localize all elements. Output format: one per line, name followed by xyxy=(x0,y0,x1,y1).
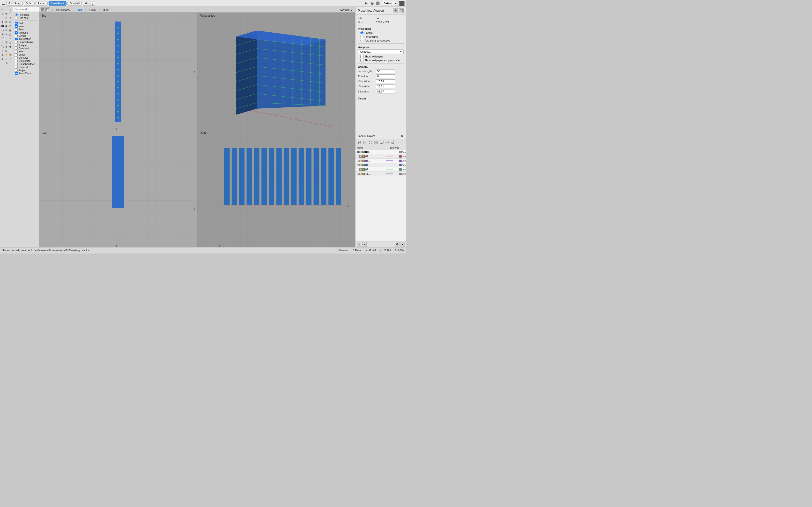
layer-row[interactable]: 🔒 L... Conti... xyxy=(355,159,406,163)
layer-bell-btn[interactable] xyxy=(390,140,395,145)
history-btn[interactable]: History xyxy=(83,1,95,6)
pan-btn[interactable]: ✋ xyxy=(4,53,8,57)
cage-btn[interactable]: ⌗ xyxy=(8,57,12,61)
viewport-perspective[interactable]: Perspective x y xyxy=(197,12,355,130)
viewport-top[interactable]: Top y x xyxy=(39,12,197,130)
transform-btn[interactable]: ⟲ xyxy=(5,61,8,65)
wallpaper-select[interactable]: Choose... xyxy=(358,50,404,54)
yloc-input[interactable] xyxy=(376,84,395,89)
snap-midpoint-checkbox[interactable] xyxy=(15,32,18,34)
show-wallpaper-gray-checkbox[interactable] xyxy=(360,59,363,62)
play-btn[interactable] xyxy=(364,1,368,6)
snap-point-checkbox[interactable] xyxy=(15,28,18,31)
snap-tangent-checkbox[interactable] xyxy=(15,44,18,47)
layer-row[interactable]: 🔒 L... Conti... xyxy=(355,163,406,167)
solid-btn[interactable]: ⬛ xyxy=(0,24,4,28)
snap-quadrant-checkbox[interactable] xyxy=(15,47,18,50)
snap-end-item[interactable]: End xyxy=(15,22,37,25)
zoom-btn[interactable]: ⊕ xyxy=(0,53,4,57)
layer-row[interactable]: 🔒 D... Conti... xyxy=(355,150,406,154)
layer-add-btn[interactable]: + xyxy=(357,242,361,246)
one-shot-radio-item[interactable]: One shot xyxy=(15,16,37,19)
ellipse-btn[interactable]: ⬭ xyxy=(8,20,12,24)
projection-twopoint-row[interactable]: Two point perspective xyxy=(358,39,404,42)
layer-row[interactable]: 🔒 L... Conti... xyxy=(355,167,406,172)
layer-mesh-btn[interactable] xyxy=(373,140,378,145)
snap-perpendicular-checkbox[interactable] xyxy=(15,41,18,44)
array-btn[interactable]: ⊞ xyxy=(0,57,4,61)
extend-btn[interactable]: ↔ xyxy=(4,37,8,40)
layer-file-btn[interactable] xyxy=(362,140,367,145)
hatch-btn[interactable]: ▦ xyxy=(8,28,12,32)
layouts-btn[interactable]: Layouts... xyxy=(338,8,354,12)
snap-point-item[interactable]: Point xyxy=(15,28,37,31)
parallel-radio[interactable] xyxy=(360,31,363,34)
text-btn[interactable]: T xyxy=(4,41,8,44)
layer-world-btn[interactable] xyxy=(357,140,362,145)
snap-on-curve-checkbox[interactable] xyxy=(15,56,18,59)
show-wallpaper-checkbox[interactable] xyxy=(360,55,363,58)
layer-row[interactable]: 🔒 L... Conti... xyxy=(355,172,406,176)
circle-btn[interactable]: ○ xyxy=(8,16,12,20)
dim-btn[interactable]: ↔ xyxy=(0,41,4,44)
select-tool-btn[interactable]: ↖ xyxy=(0,8,4,12)
snap-quadrant-item[interactable]: Quadrant xyxy=(15,47,37,50)
snap-project-checkbox[interactable] xyxy=(15,69,18,72)
viewport-front[interactable]: Front z x xyxy=(39,130,197,247)
layer-cube-btn[interactable] xyxy=(368,140,373,145)
show-wallpaper-row[interactable]: Show wallpaper xyxy=(358,55,404,58)
snap-on-polysurface-item[interactable]: On polysurface xyxy=(15,62,37,66)
stop-btn[interactable] xyxy=(376,1,379,5)
default-dropdown[interactable]: Default xyxy=(381,1,398,6)
record-play-btn[interactable] xyxy=(370,1,374,6)
flow-btn[interactable]: ⌀ xyxy=(4,57,8,61)
snap-smarttrack-item[interactable]: SmartTrack xyxy=(15,72,37,75)
snap-center-checkbox[interactable] xyxy=(15,35,18,37)
fillet-btn[interactable]: ⌒ xyxy=(0,37,4,40)
props-object-btn[interactable] xyxy=(399,8,404,13)
block-btn[interactable]: ⬜ xyxy=(8,49,12,53)
rotation-input[interactable] xyxy=(376,74,395,78)
arc-tool-btn[interactable]: ⌒ xyxy=(8,12,12,16)
tab-front[interactable]: Front xyxy=(87,8,98,12)
snap-on-surface-item[interactable]: On surface xyxy=(15,59,37,62)
twopoint-radio[interactable] xyxy=(360,39,363,42)
props-viewport-btn[interactable] xyxy=(393,8,398,13)
projection-parallel-row[interactable]: Parallel xyxy=(358,31,404,34)
tab-grid-icon[interactable] xyxy=(41,7,45,12)
persistent-radio[interactable] xyxy=(15,13,18,16)
snap-center-item[interactable]: Center xyxy=(15,34,37,38)
planar-btn[interactable]: Planar xyxy=(36,1,48,6)
layer-tool-btn[interactable]: ≡ xyxy=(0,49,4,53)
snap-end-checkbox[interactable] xyxy=(15,22,18,24)
layer-down-btn[interactable]: ▾ xyxy=(400,242,405,246)
leader-btn[interactable]: ⇶ xyxy=(8,41,12,44)
hamburger-menu-btn[interactable] xyxy=(1,1,5,5)
surface-btn[interactable]: ▭ xyxy=(0,28,4,32)
split-btn[interactable]: ⌘ xyxy=(8,37,12,40)
show-wallpaper-gray-row[interactable]: Show wallpaper as gray scale xyxy=(358,59,404,62)
snap-knot-checkbox[interactable] xyxy=(15,50,18,53)
snap-midpoint-item[interactable]: Midpoint xyxy=(15,31,37,34)
rotate-3d-btn[interactable]: ⟳ xyxy=(4,12,8,16)
trim-btn[interactable]: ✂ xyxy=(4,32,8,36)
snap-intersection-item[interactable]: Intersection xyxy=(15,38,37,41)
scale-btn[interactable]: ⤢ xyxy=(4,16,8,20)
lens-input[interactable] xyxy=(376,69,395,73)
offset-btn[interactable]: ◫ xyxy=(8,32,12,36)
layer-remove-btn[interactable]: - xyxy=(362,242,367,246)
snap-project-item[interactable]: Project xyxy=(15,69,37,72)
tab-top[interactable]: Top xyxy=(75,8,84,12)
curve-tool-btn[interactable]: ∫ xyxy=(8,8,12,12)
render-btn[interactable]: ◈ xyxy=(4,45,8,49)
snap-knot-item[interactable]: Knot xyxy=(15,50,37,53)
snap-on-surface-checkbox[interactable] xyxy=(15,60,18,62)
snap-tool-btn[interactable]: ⊗ xyxy=(8,45,12,49)
viewport-right[interactable]: Right z y xyxy=(197,130,355,247)
tab-right[interactable]: Right xyxy=(101,8,112,12)
projection-perspective-row[interactable]: Perspective xyxy=(358,35,404,38)
polygon-btn[interactable]: ⬡ xyxy=(8,24,12,28)
one-shot-radio[interactable] xyxy=(15,17,18,19)
analyze-btn[interactable]: 🔍 xyxy=(0,45,4,49)
snap-on-mesh-item[interactable]: On mesh xyxy=(15,66,37,69)
